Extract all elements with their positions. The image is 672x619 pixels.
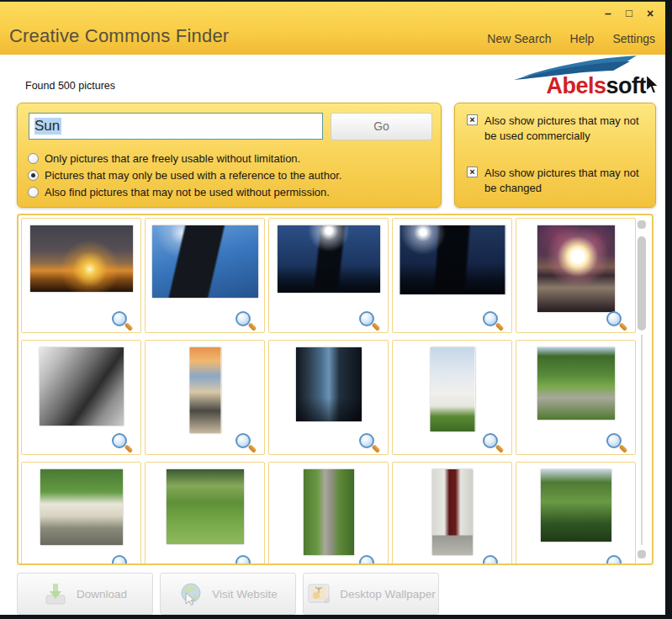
picture-card[interactable]: [21, 218, 141, 333]
results-scrollbar[interactable]: [637, 219, 647, 560]
magnifier-icon[interactable]: [235, 555, 251, 565]
checkbox-checked-icon[interactable]: ×: [467, 167, 478, 177]
logo-cursor-icon: [644, 75, 660, 95]
globe-icon: [178, 581, 204, 606]
picture-card[interactable]: [516, 462, 636, 565]
picture-card[interactable]: [145, 462, 265, 565]
radio-label: Pictures that may only be used with a re…: [45, 169, 341, 182]
magnifier-icon[interactable]: [483, 555, 498, 565]
logo-text-abels: Abels: [546, 73, 606, 98]
minimize-button[interactable]: –: [601, 7, 615, 20]
license-radio-option[interactable]: Only pictures that are freely usable wit…: [28, 151, 300, 165]
logo-wordmark: Abelssoft: [546, 73, 662, 99]
filter-checkbox-option[interactable]: ×Also show pictures that may not be chan…: [467, 166, 643, 196]
abelssoft-logo: Abelssoft: [511, 54, 662, 99]
thumbnail-turf-roof-hut[interactable]: [40, 469, 123, 545]
thumbnail-park-fork-path[interactable]: [537, 347, 615, 420]
magnifier-icon[interactable]: [359, 555, 374, 565]
picture-card[interactable]: [516, 340, 636, 455]
magnifier-icon[interactable]: [606, 311, 622, 326]
search-panel: Sun Go Only pictures that are freely usa…: [17, 103, 442, 208]
title-bar: – □ × Creative Commons Finder New Search…: [0, 2, 665, 55]
scrollbar-thumb[interactable]: [638, 236, 646, 331]
radio-icon[interactable]: [28, 153, 39, 164]
license-radio-option[interactable]: Also find pictures that may not be used …: [28, 185, 330, 198]
thumbnail-sun-over-river-city[interactable]: [537, 225, 615, 312]
picture-card[interactable]: [392, 340, 512, 455]
close-button[interactable]: ×: [643, 7, 657, 20]
magnifier-icon[interactable]: [112, 311, 127, 326]
logo-text-soft: soft: [606, 73, 647, 98]
thumbnail-city-street-canyon[interactable]: [296, 347, 362, 421]
magnifier-icon[interactable]: [483, 311, 498, 326]
thumbnail-angel-silhouette-sun-top[interactable]: [278, 225, 380, 293]
thumbnail-sunset-over-field[interactable]: [30, 225, 133, 292]
menu-settings[interactable]: Settings: [612, 32, 655, 45]
scroll-down-button[interactable]: [638, 550, 646, 558]
menu-new-search[interactable]: New Search: [487, 32, 551, 45]
results-panel: [17, 214, 653, 565]
magnifier-icon[interactable]: [112, 555, 127, 565]
thumbnail-arched-red-doorway[interactable]: [432, 469, 473, 555]
download-label: Download: [77, 588, 127, 600]
magnifier-icon[interactable]: [235, 433, 251, 448]
picture-card[interactable]: [516, 218, 636, 333]
radio-selected-icon[interactable]: [28, 170, 39, 181]
license-radio-option[interactable]: Pictures that may only be used with a re…: [28, 168, 341, 182]
download-icon: [43, 581, 68, 606]
picture-card[interactable]: [268, 218, 389, 333]
search-query-text: Sun: [34, 118, 61, 135]
magnifier-icon[interactable]: [483, 433, 498, 448]
visit-website-label: Visit Website: [212, 588, 278, 600]
checkbox-checked-icon[interactable]: ×: [467, 114, 478, 125]
go-button[interactable]: Go: [331, 113, 432, 140]
radio-label: Only pictures that are freely usable wit…: [45, 152, 300, 165]
picture-card[interactable]: [268, 340, 389, 455]
picture-card[interactable]: [392, 462, 512, 565]
magnifier-icon[interactable]: [112, 433, 127, 448]
picture-card[interactable]: [21, 340, 141, 455]
filter-panel: ×Also show pictures that may not be used…: [454, 103, 656, 208]
window-border-bottom: [0, 615, 672, 619]
menu-bar: New Search Help Settings: [487, 32, 655, 45]
app-title: Creative Commons Finder: [9, 25, 229, 47]
magnifier-icon[interactable]: [359, 311, 374, 326]
picture-card[interactable]: [145, 340, 265, 455]
magnifier-icon[interactable]: [359, 433, 374, 448]
thumbnail-house-in-trees[interactable]: [541, 469, 611, 542]
checkbox-label: Also show pictures that may not be used …: [484, 114, 643, 144]
radio-icon[interactable]: [28, 187, 39, 198]
desktop-wallpaper-label: Desktop Wallpaper: [340, 588, 436, 600]
thumbnail-bw-woman-in-grass[interactable]: [40, 347, 124, 426]
magnifier-icon[interactable]: [606, 433, 622, 448]
search-input[interactable]: Sun: [29, 113, 323, 140]
visit-website-button[interactable]: Visit Website: [160, 573, 296, 615]
picture-card[interactable]: [268, 462, 389, 565]
scrollbar-track[interactable]: [641, 335, 643, 545]
window-border-right: [665, 0, 672, 619]
thumbnail-angel-silhouette-dark[interactable]: [399, 225, 505, 294]
wallpaper-icon: [306, 581, 331, 606]
thumbnail-man-portrait-sunset-sky[interactable]: [189, 347, 220, 433]
thumbnail-hillside-house-path[interactable]: [167, 469, 244, 544]
picture-card[interactable]: [145, 218, 265, 333]
filter-checkbox-option[interactable]: ×Also show pictures that may not be used…: [467, 114, 643, 144]
thumbnail-angel-of-the-north-blue-sky[interactable]: [152, 225, 258, 298]
thumbnail-white-castle-tower[interactable]: [430, 347, 474, 431]
maximize-button[interactable]: □: [622, 7, 636, 20]
desktop-wallpaper-button[interactable]: Desktop Wallpaper: [303, 573, 439, 615]
picture-card[interactable]: [21, 462, 141, 565]
result-count-label: Found 500 pictures: [25, 80, 115, 92]
magnifier-icon[interactable]: [235, 311, 251, 326]
window-controls: – □ ×: [601, 7, 657, 20]
thumbnail-tree-trunk-foliage[interactable]: [304, 469, 354, 555]
download-button[interactable]: Download: [17, 573, 153, 615]
app-window: – □ × Creative Commons Finder New Search…: [0, 0, 672, 619]
menu-help[interactable]: Help: [570, 32, 595, 45]
scroll-up-button[interactable]: [638, 220, 646, 229]
checkbox-label: Also show pictures that may not be chang…: [484, 166, 643, 196]
window-border-top: [0, 0, 672, 2]
picture-card[interactable]: [392, 218, 512, 333]
magnifier-icon[interactable]: [606, 555, 622, 565]
radio-label: Also find pictures that may not be used …: [45, 186, 330, 198]
